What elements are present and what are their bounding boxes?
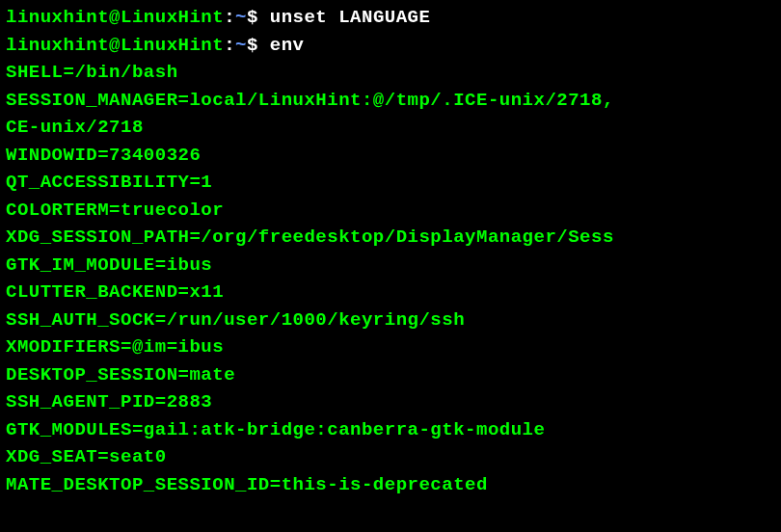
prompt-user-host: linuxhint@LinuxHint xyxy=(6,7,224,28)
env-output-line: XDG_SEAT=seat0 xyxy=(6,443,775,471)
env-output-line: MATE_DESKTOP_SESSION_ID=this-is-deprecat… xyxy=(6,471,775,499)
env-output-line: GTK_MODULES=gail:atk-bridge:canberra-gtk… xyxy=(6,416,775,444)
prompt-dollar: $ xyxy=(247,7,258,28)
env-output-line: COLORTERM=truecolor xyxy=(6,197,775,225)
env-output-line: CE-unix/2718 xyxy=(6,114,775,142)
prompt-path: ~ xyxy=(235,35,247,56)
env-output-line: SSH_AGENT_PID=2883 xyxy=(6,388,775,416)
prompt-colon: : xyxy=(224,35,235,56)
env-output-line: QT_ACCESSIBILITY=1 xyxy=(6,169,775,197)
prompt-path: ~ xyxy=(235,7,247,28)
prompt-user-host: linuxhint@LinuxHint xyxy=(6,35,224,56)
command-text: unset LANGUAGE xyxy=(258,7,431,28)
command-line-1: linuxhint@LinuxHint:~$ unset LANGUAGE xyxy=(6,4,775,32)
env-output-line: CLUTTER_BACKEND=x11 xyxy=(6,279,775,306)
env-output-line: DESKTOP_SESSION=mate xyxy=(6,361,775,389)
env-output-line: XMODIFIERS=@im=ibus xyxy=(6,333,775,361)
env-output-line: WINDOWID=73400326 xyxy=(6,142,775,170)
prompt-colon: : xyxy=(224,7,235,28)
prompt-dollar: $ xyxy=(247,35,258,56)
terminal-output[interactable]: linuxhint@LinuxHint:~$ unset LANGUAGE li… xyxy=(6,4,775,498)
env-output-line: SSH_AUTH_SOCK=/run/user/1000/keyring/ssh xyxy=(6,306,775,334)
command-text: env xyxy=(258,35,305,56)
env-output-line: XDG_SESSION_PATH=/org/freedesktop/Displa… xyxy=(6,224,775,252)
env-output-line: GTK_IM_MODULE=ibus xyxy=(6,252,775,279)
command-line-2: linuxhint@LinuxHint:~$ env xyxy=(6,32,775,60)
env-output-line: SHELL=/bin/bash xyxy=(6,59,775,87)
env-output-line: SESSION_MANAGER=local/LinuxHint:@/tmp/.I… xyxy=(6,87,775,115)
